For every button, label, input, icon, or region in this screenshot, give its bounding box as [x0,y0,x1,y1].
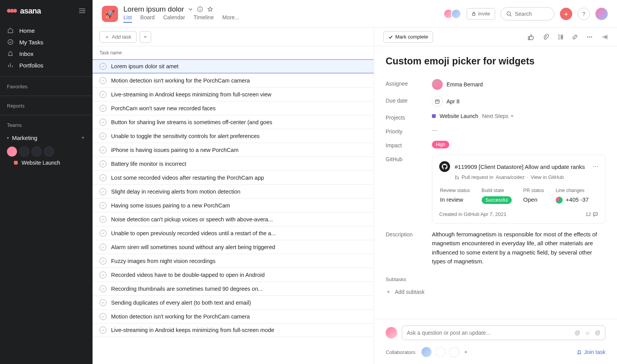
complete-circle-icon[interactable] [99,202,106,209]
add-member[interactable] [19,147,29,157]
link-icon[interactable] [571,34,578,40]
task-description[interactable]: Although ferromagnetism is responsible f… [432,230,605,266]
mention-icon[interactable]: @ [575,330,580,336]
complete-circle-icon[interactable] [99,327,106,334]
add-member[interactable] [44,147,54,157]
team-project-website-launch[interactable]: Website Launch [0,158,93,167]
task-row[interactable]: Having some issues pairing to a new Porc… [93,198,374,212]
complete-circle-icon[interactable] [99,160,106,167]
quick-add-button[interactable]: ＋ [560,8,572,20]
task-row[interactable]: Button for sharing live streams is somet… [93,115,374,129]
github-pr-title[interactable]: #119909 [Client Datastore] Allow and upd… [455,163,585,170]
invite-button[interactable]: Invite [467,8,495,20]
plus-icon[interactable]: ＋ [80,134,86,141]
task-row[interactable]: iPhone is having issues pairing to a new… [93,143,374,157]
complete-circle-icon[interactable] [99,188,106,195]
mention-icon[interactable]: @ [595,330,600,336]
task-row[interactable]: Live-streaming in Android keeps minimizi… [93,87,374,101]
tab-calendar[interactable]: Calendar [163,14,185,23]
assignee-name[interactable]: Emma Bernard [447,81,483,88]
nav-inbox[interactable]: Inbox [0,48,93,59]
complete-circle-icon[interactable] [99,91,106,98]
team-marketing[interactable]: ▾ Marketing ＋ [0,132,93,143]
complete-circle-icon[interactable] [99,133,106,140]
task-row[interactable]: PorchCam won't save new recorded faces [93,101,374,115]
nav-home[interactable]: Home [0,25,93,36]
reports-section-label[interactable]: Reports [0,96,93,113]
task-row[interactable]: Motion detection isn't working for the P… [93,73,374,87]
comment-input[interactable] [407,330,571,336]
complete-circle-icon[interactable] [99,174,106,181]
complete-circle-icon[interactable] [99,216,106,223]
project-chip-name[interactable]: Website Launch [440,113,478,119]
complete-circle-icon[interactable] [99,271,106,278]
complete-circle-icon[interactable] [99,63,106,70]
complete-circle-icon[interactable] [99,285,106,292]
complete-circle-icon[interactable] [99,258,106,265]
calendar-icon[interactable] [432,96,443,107]
user-avatar[interactable] [595,8,608,20]
task-row[interactable]: Unable to open previously recorded video… [93,226,374,240]
tab-list[interactable]: List [123,14,132,23]
complete-circle-icon[interactable] [99,230,106,237]
tab-board[interactable]: Board [140,14,155,23]
complete-circle-icon[interactable] [99,119,106,126]
task-row[interactable]: Noise detection can't pickup voices or s… [93,212,374,226]
project-section-dropdown[interactable]: Next Steps [482,113,514,119]
task-row[interactable]: Fuzzy images from night vision recording… [93,254,374,268]
complete-circle-icon[interactable] [99,147,106,153]
mark-complete-button[interactable]: Mark complete [383,31,433,43]
search-box[interactable] [501,7,555,20]
more-icon[interactable] [586,34,593,40]
star-icon[interactable] [207,6,213,12]
project-members[interactable] [446,9,461,19]
task-row[interactable]: Recording thumbnails are sometimes turne… [93,281,374,295]
view-in-github-link[interactable]: View in GitHub [531,174,564,180]
add-member[interactable] [32,147,42,157]
comment-box[interactable]: @ ☺ @ [402,325,605,340]
add-collaborator[interactable] [435,347,445,357]
subtask-icon[interactable] [557,34,564,40]
avatar[interactable] [421,347,432,357]
complete-circle-icon[interactable] [99,299,106,306]
due-date-value[interactable]: Apr 8 [447,98,459,104]
join-task-button[interactable]: Join task [577,349,605,355]
tab-timeline[interactable]: Timeline [194,14,214,23]
task-row[interactable]: Motion detection isn't working for the P… [93,309,374,323]
more-icon[interactable]: ⋯ [593,163,598,170]
priority-value[interactable]: — [432,127,437,133]
task-row[interactable]: Lorem ipsum dolor sit amet [93,59,374,73]
task-row[interactable]: Alarm siren will sometimes sound without… [93,240,374,254]
tab-more[interactable]: More... [222,14,239,23]
impact-pill[interactable]: High [432,141,449,148]
close-pane-icon[interactable] [601,34,608,40]
avatar[interactable] [7,147,17,157]
complete-circle-icon[interactable] [99,244,106,251]
favorites-section-label[interactable]: Favorites [0,77,93,93]
add-task-dropdown[interactable] [140,31,151,43]
task-row[interactable]: Lost some recorded videos after restarti… [93,170,374,184]
complete-circle-icon[interactable] [99,105,106,112]
plus-icon[interactable]: ＋ [463,349,469,356]
complete-circle-icon[interactable] [99,77,106,84]
help-button[interactable]: ? [578,8,590,20]
task-row[interactable]: Unable to toggle the sensitivity control… [93,129,374,143]
nav-portfolios[interactable]: Portfolios [0,59,93,71]
info-icon[interactable] [197,6,203,12]
search-input[interactable] [515,11,549,17]
project-title[interactable]: Lorem ipsum dolor [123,5,184,13]
task-title[interactable]: Custom emoji picker for widgets [386,56,605,67]
nav-my-tasks[interactable]: My Tasks [0,36,93,48]
task-row[interactable]: Slight delay in receiving alerts from mo… [93,184,374,198]
add-collaborator[interactable] [449,347,459,357]
complete-circle-icon[interactable] [99,313,106,320]
emoji-icon[interactable]: ☺ [585,330,590,336]
attachment-icon[interactable] [542,34,549,40]
task-row[interactable]: Live-streaming in Android keeps minimizi… [93,323,374,337]
task-row[interactable]: Battery life monitor is incorrect [93,157,374,170]
add-subtask-button[interactable]: ＋ Add subtask [386,288,605,295]
collapse-sidebar-icon[interactable] [79,8,86,13]
task-row[interactable]: Sending duplicates of every alert (to bo… [93,295,374,309]
github-comments[interactable]: 12 [586,211,598,217]
add-task-button[interactable]: ＋ Add task [99,31,137,43]
